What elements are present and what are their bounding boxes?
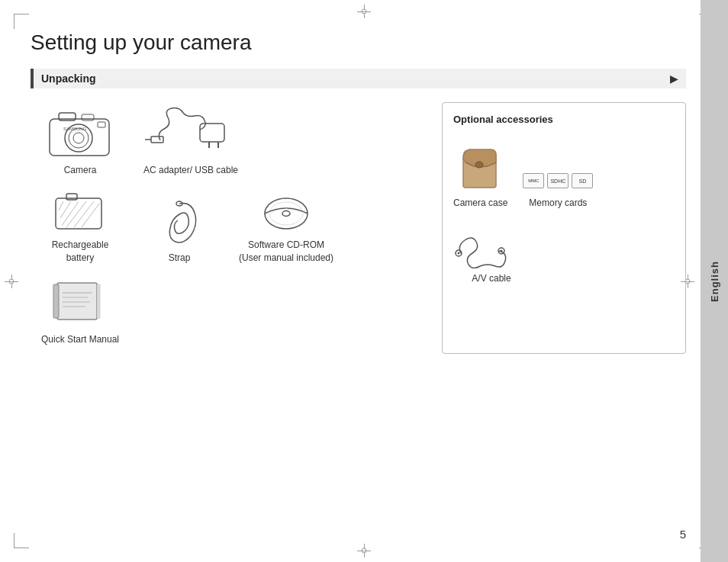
camera-icon: SAMSUNG [42,102,118,159]
svg-line-19 [74,201,94,227]
svg-rect-14 [66,194,77,200]
sd-card: SD [572,173,593,188]
optional-title: Optional accessories [453,114,675,125]
items-area: SAMSUNG Camera [31,102,686,354]
battery-icon [50,185,111,234]
svg-rect-27 [97,284,100,318]
crosshair-bottom [357,544,371,557]
opt-row-2: A/V cable [453,219,675,284]
mmc-card: MMC [523,173,544,188]
strap-icon [149,198,210,247]
items-row-3: Quick Start Manual [31,271,427,346]
sidebar-language-label: English [709,261,720,302]
svg-point-23 [269,202,303,225]
memory-cards-icon: MMC SDHC SD [523,173,593,193]
corner-mark-tl [14,14,29,29]
section-header-text: Unpacking [41,72,670,85]
svg-rect-6 [98,122,105,127]
ac-adapter-icon [145,102,237,159]
opt-item-av-cable: A/V cable [453,219,530,284]
svg-rect-8 [200,124,224,142]
item-strap: Strap [130,198,229,265]
svg-point-32 [475,162,483,168]
strap-label: Strap [169,252,191,265]
camera-label: Camera [64,164,97,177]
svg-point-34 [458,252,460,255]
item-ac-adapter: AC adapter/ USB cable [130,102,252,177]
svg-point-22 [265,198,308,229]
svg-text:SAMSUNG: SAMSUNG [63,127,87,131]
items-row-1: SAMSUNG Camera [31,102,427,177]
svg-rect-11 [151,136,163,143]
svg-point-3 [73,133,84,143]
crosshair-top [357,5,371,18]
camera-case-label: Camera case [453,198,507,208]
svg-rect-26 [53,284,59,318]
svg-rect-25 [57,283,97,320]
svg-point-24 [282,210,290,216]
memory-cards-label: Memory cards [529,198,587,208]
crosshair-left [5,275,18,288]
camera-case-icon [454,136,507,193]
sdhc-card: SDHC [547,173,569,188]
left-items: SAMSUNG Camera [31,102,427,354]
opt-row-1: Camera case MMC SDHC SD Memory cards [453,136,675,208]
battery-label: Rechargeable battery [52,239,109,265]
svg-point-36 [501,250,503,252]
section-arrow-icon: ▶ [670,72,678,85]
sidebar: English [701,0,728,562]
optional-accessories-box: Optional accessories [442,102,686,354]
item-quick-start: Quick Start Manual [31,271,130,346]
memory-cards-row: MMC SDHC SD [523,173,593,188]
corner-mark-bl [14,533,29,548]
page-title: Setting up your camera [31,31,686,55]
item-cd: Software CD-ROM (User manual included) [229,185,343,265]
svg-line-20 [82,203,100,227]
cd-icon [259,185,313,234]
opt-item-camera-case: Camera case [453,136,507,208]
section-header: Unpacking ▶ [31,69,686,88]
opt-item-memory-cards: MMC SDHC SD Memory cards [523,173,593,208]
quick-start-icon [46,271,114,329]
item-battery: Rechargeable battery [31,185,130,265]
svg-rect-5 [82,114,94,120]
ac-adapter-label: AC adapter/ USB cable [143,164,238,177]
item-camera: SAMSUNG Camera [31,102,130,177]
items-row-2: Rechargeable battery Strap [31,185,427,265]
av-cable-label: A/V cable [472,273,511,284]
main-content: Setting up your camera Unpacking ▶ [31,31,686,531]
cd-label: Software CD-ROM (User manual included) [239,239,333,265]
av-cable-icon [453,219,530,268]
quick-start-label: Quick Start Manual [41,333,119,346]
svg-line-15 [59,201,63,210]
